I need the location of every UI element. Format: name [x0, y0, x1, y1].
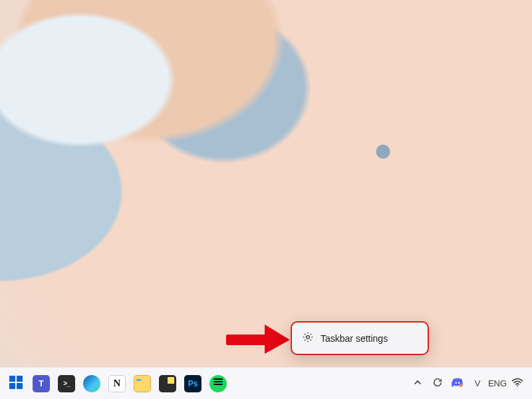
taskbar-pinned-apps: N Ps [5, 373, 229, 394]
file-explorer-icon [134, 375, 151, 392]
edge-icon [83, 375, 100, 392]
tray-icon-sync[interactable] [430, 373, 446, 394]
svg-marker-1 [265, 325, 290, 354]
gear-icon [302, 331, 314, 345]
taskbar-app-spotify[interactable] [207, 373, 229, 394]
svg-point-10 [517, 385, 518, 386]
spotify-icon [209, 375, 227, 392]
teams-icon [33, 375, 50, 392]
taskbar-app-terminal[interactable] [56, 373, 77, 394]
taskbar-app-file-explorer[interactable] [132, 373, 153, 394]
svg-point-7 [456, 382, 457, 384]
svg-point-9 [460, 384, 463, 387]
terminal-icon [58, 375, 75, 392]
start-button[interactable] [5, 373, 27, 394]
windows-icon [8, 374, 24, 393]
svg-rect-3 [9, 376, 15, 382]
sync-icon [432, 377, 443, 390]
chevron-up-icon [414, 378, 422, 388]
sticky-notes-icon [159, 375, 176, 392]
annotation-arrow [226, 325, 290, 354]
svg-point-8 [458, 382, 460, 384]
svg-point-2 [307, 336, 310, 339]
svg-rect-4 [17, 376, 23, 382]
language-indicator[interactable]: ENG [489, 373, 505, 394]
language-label: ENG [488, 378, 507, 388]
taskbar-app-teams[interactable] [31, 373, 52, 394]
wifi-icon [511, 378, 523, 389]
system-tray: V ENG [410, 373, 525, 394]
taskbar[interactable]: N Ps [0, 367, 532, 399]
context-item-taskbar-settings[interactable]: Taskbar settings [295, 326, 424, 350]
tray-icon-discord[interactable] [450, 373, 466, 394]
notion-icon: N [108, 375, 126, 392]
svg-rect-0 [226, 334, 267, 345]
context-item-label: Taskbar settings [321, 333, 388, 344]
v-icon: V [475, 378, 481, 388]
svg-rect-5 [9, 383, 15, 389]
taskbar-app-notion[interactable]: N [106, 373, 128, 394]
discord-icon [452, 378, 464, 389]
photoshop-icon: Ps [184, 375, 201, 392]
taskbar-context-menu: Taskbar settings [291, 321, 429, 355]
network-button[interactable] [509, 373, 525, 394]
svg-rect-6 [17, 383, 23, 389]
taskbar-app-photoshop[interactable]: Ps [182, 373, 203, 394]
tray-icon-vpn[interactable]: V [469, 373, 485, 394]
tray-overflow-button[interactable] [410, 373, 426, 394]
taskbar-app-edge[interactable] [81, 373, 102, 394]
taskbar-app-sticky-notes[interactable] [157, 373, 178, 394]
